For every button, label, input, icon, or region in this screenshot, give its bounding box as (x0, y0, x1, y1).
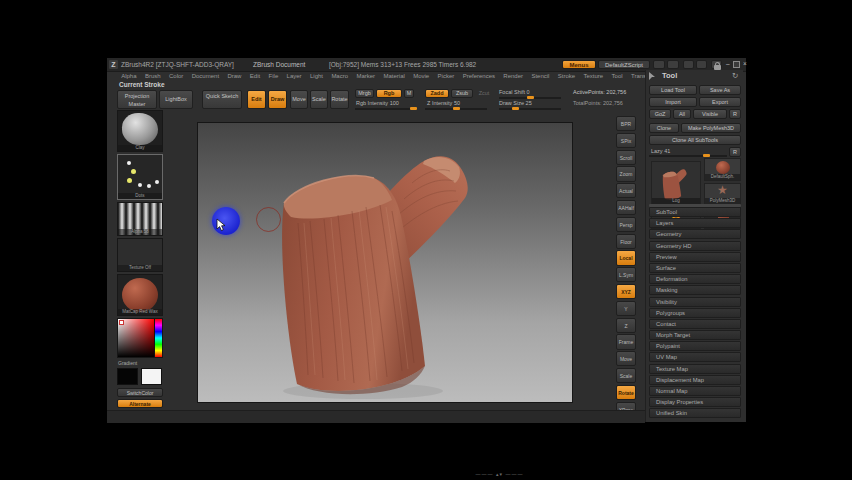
right-shelf-button[interactable]: Floor (616, 234, 636, 249)
lightbox-button[interactable]: LightBox (159, 90, 193, 109)
right-shelf-button[interactable]: Actual (616, 183, 636, 198)
lazy-slider-knob[interactable] (703, 154, 710, 157)
right-shelf-button[interactable]: L.Sym (616, 267, 636, 282)
z-intensity-slider[interactable]: Z Intensity 50 (427, 100, 460, 106)
gradient-label[interactable]: Gradient (118, 360, 137, 366)
tool-section-item[interactable]: Displacement Map (649, 375, 741, 385)
current-tool-thumbnail[interactable]: Log (651, 161, 701, 205)
right-shelf-button[interactable]: Rotate (616, 385, 636, 400)
quick-sketch-button[interactable]: Quick Sketch (202, 90, 242, 109)
tool-item-polymesh3d[interactable]: ★ PolyMesh3D (704, 183, 741, 205)
draw-size-slider[interactable]: Draw Size 25 (499, 100, 532, 106)
make-polymesh3d-button[interactable]: Make PolyMesh3D (681, 123, 741, 133)
menu-item[interactable]: Movie (409, 72, 433, 81)
clone-button[interactable]: Clone (649, 123, 679, 133)
right-shelf-button[interactable]: Y (616, 301, 636, 316)
default-zscript-button[interactable]: DefaultZScript (598, 60, 650, 69)
menu-item[interactable]: File (264, 72, 282, 81)
load-tool-button[interactable]: Load Tool (649, 85, 697, 95)
save-as-button[interactable]: Save As (699, 85, 741, 95)
zscript-small-button-1[interactable] (653, 60, 665, 69)
current-stroke-thumbnail[interactable]: Dots (117, 154, 163, 200)
tool-section-item[interactable]: Surface (649, 263, 741, 273)
tool-section-item[interactable]: Morph Target (649, 330, 741, 340)
draw-size-track[interactable] (499, 108, 561, 110)
tool-section-item[interactable]: SubTool (649, 207, 741, 217)
tool-section-item[interactable]: Contact (649, 319, 741, 329)
current-texture-thumbnail[interactable]: Texture Off (117, 238, 163, 272)
right-shelf-button[interactable]: BPR (616, 116, 636, 131)
focal-shift-knob[interactable] (527, 96, 534, 99)
lazy-slider[interactable]: Lazy 41 (651, 148, 670, 154)
menu-item[interactable]: Macro (327, 72, 352, 81)
switch-color-button[interactable]: SwitchColor (117, 388, 163, 397)
goz-r-button[interactable]: R (729, 109, 741, 119)
right-shelf-button[interactable]: Scale (616, 368, 636, 383)
menu-item[interactable]: Material (379, 72, 409, 81)
palette-icon-button-2[interactable] (696, 60, 707, 69)
right-shelf-button[interactable]: Scroll (616, 150, 636, 165)
close-button[interactable]: × (743, 60, 747, 67)
rotate-button[interactable]: Rotate (330, 90, 349, 109)
right-shelf-button[interactable]: Zoom (616, 166, 636, 181)
lazy-slider-track[interactable] (649, 155, 727, 157)
zscript-small-button-2[interactable] (667, 60, 679, 69)
menu-item[interactable]: Light (306, 72, 327, 81)
tool-section-item[interactable]: Geometry (649, 229, 741, 239)
import-button[interactable]: Import (649, 97, 697, 107)
menu-item[interactable]: Stroke (554, 72, 580, 81)
rgb-intensity-track[interactable] (355, 108, 417, 110)
focal-shift-track[interactable] (499, 97, 561, 99)
right-shelf-button[interactable]: Persp (616, 217, 636, 232)
slider-r-button[interactable]: R (729, 147, 741, 157)
tool-section-item[interactable]: UV Map (649, 352, 741, 362)
draw-size-knob[interactable] (512, 107, 519, 110)
tool-section-item[interactable]: Deformation (649, 274, 741, 284)
zadd-button[interactable]: Zadd (425, 89, 449, 98)
palette-icon-button-1[interactable] (683, 60, 694, 69)
m-button[interactable]: M (404, 89, 414, 98)
draw-button[interactable]: Draw (268, 90, 287, 109)
secondary-color-swatch[interactable] (141, 368, 162, 385)
menu-item[interactable]: Color (165, 72, 188, 81)
right-shelf-button[interactable]: Z (616, 318, 636, 333)
minimize-button[interactable]: – (726, 60, 730, 67)
current-alpha-thumbnail[interactable]: Alpha 58 (117, 202, 163, 236)
right-shelf-button[interactable]: Move (616, 351, 636, 366)
mrgb-button[interactable]: Mrgb (355, 89, 374, 98)
lock-button[interactable] (711, 60, 722, 69)
menu-item[interactable]: Document (188, 72, 224, 81)
focal-shift-slider[interactable]: Focal Shift 0 (499, 89, 530, 95)
menu-item[interactable]: Texture (579, 72, 607, 81)
menu-item[interactable]: Picker (433, 72, 458, 81)
menu-item[interactable]: Marker (352, 72, 379, 81)
alternate-button[interactable]: Alternate (117, 399, 163, 408)
tool-item-sphere[interactable]: DefaultSph. (704, 158, 741, 181)
tool-section-item[interactable]: Visibility (649, 297, 741, 307)
z-intensity-track[interactable] (425, 108, 487, 110)
menu-item[interactable]: Layer (282, 72, 305, 81)
tool-section-item[interactable]: Layers (649, 218, 741, 228)
tool-section-item[interactable]: Geometry HD (649, 241, 741, 251)
restore-button[interactable] (733, 61, 740, 68)
rgb-button[interactable]: Rgb (376, 89, 402, 98)
sculpted-log-model[interactable] (198, 123, 572, 402)
clone-all-subtools-button[interactable]: Clone All SubTools (649, 135, 741, 145)
menu-item[interactable]: Draw (223, 72, 245, 81)
menu-item[interactable]: Tool (607, 72, 626, 81)
hue-strip[interactable] (155, 319, 162, 357)
tool-section-item[interactable]: Texture Map (649, 364, 741, 374)
palette-cycle-icon[interactable]: ↻ (732, 71, 738, 80)
tray-divider-handle[interactable]: ——— ▴▾ ——— (462, 471, 537, 477)
menu-item[interactable]: Edit (246, 72, 265, 81)
right-shelf-button[interactable]: AAHalf (616, 200, 636, 215)
right-shelf-button[interactable]: Frame (616, 334, 636, 349)
current-material-thumbnail[interactable]: MatCap Red Wax (117, 274, 163, 316)
tool-section-item[interactable]: Display Properties (649, 397, 741, 407)
export-button[interactable]: Export (699, 97, 741, 107)
zsub-button[interactable]: Zsub (451, 89, 473, 98)
move-button[interactable]: Move (290, 90, 308, 109)
tool-section-item[interactable]: Unified Skin (649, 408, 741, 418)
main-color-swatch[interactable] (117, 368, 138, 385)
current-brush-thumbnail[interactable]: Clay (117, 110, 163, 152)
